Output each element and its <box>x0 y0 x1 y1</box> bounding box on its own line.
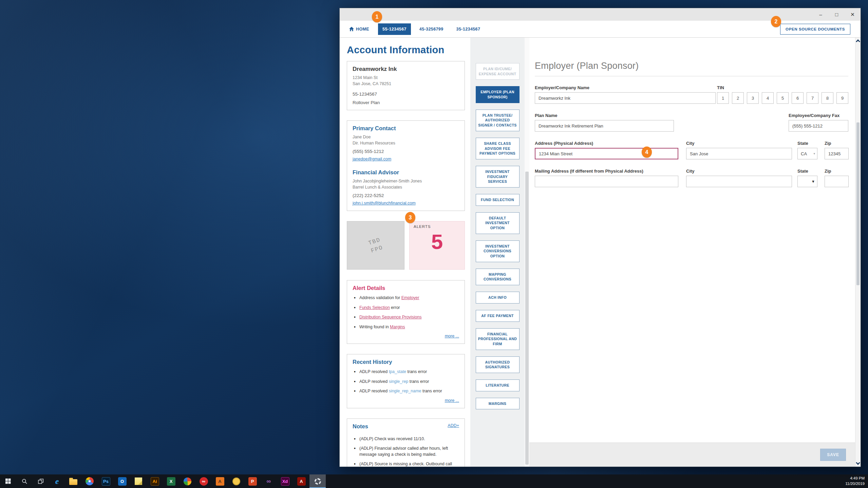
employer-name-input[interactable] <box>535 92 716 104</box>
orange-app-icon[interactable]: A <box>212 474 228 488</box>
account-number: 55-1234567 <box>353 92 459 97</box>
mailing-state-select[interactable]: ▼ <box>797 176 817 187</box>
tin-digit-input[interactable] <box>792 92 804 104</box>
window-content: Account Information Dreamworkz Ink 1234 … <box>340 38 861 467</box>
state-label: State <box>797 141 817 146</box>
powerpoint-icon[interactable]: P <box>244 474 261 488</box>
settings-icon[interactable] <box>309 474 326 488</box>
tin-digit-input[interactable] <box>762 92 774 104</box>
yellow-app-icon[interactable] <box>228 474 244 488</box>
section-nav-ach-info[interactable]: ACH INFO <box>476 292 520 304</box>
tab-account-35-1234567[interactable]: 35-1234567 <box>452 23 485 35</box>
start-icon[interactable] <box>0 474 16 488</box>
recent-history-more-link[interactable]: more ... <box>445 398 459 403</box>
tin-digit-input[interactable] <box>732 92 744 104</box>
save-button[interactable]: SAVE <box>820 449 846 461</box>
section-nav-investment-fiduciary-services[interactable]: INVESTMENT FIDUCIARY SERVICES <box>476 166 520 188</box>
section-nav-af-fee-payment[interactable]: AF FEE PAYMENT <box>476 310 520 322</box>
task-view-icon[interactable] <box>33 474 49 488</box>
tab-account-45-3256799[interactable]: 45-3256799 <box>415 23 448 35</box>
alert-link-employer[interactable]: Employer <box>401 295 419 300</box>
chrome-icon[interactable] <box>81 474 98 488</box>
tin-digit-input[interactable] <box>807 92 818 104</box>
chevron-down-icon: ▼ <box>811 179 815 183</box>
tin-digit-input[interactable] <box>747 92 759 104</box>
tbd-placeholder-text: TBD FPO <box>367 236 384 255</box>
alerts-box[interactable]: ALERTS 5 <box>409 221 465 270</box>
edge-icon[interactable]: e <box>49 474 65 488</box>
maximize-icon[interactable]: □ <box>829 8 845 21</box>
address-input[interactable] <box>535 148 678 159</box>
panel-scrollbar-thumb[interactable] <box>525 172 529 465</box>
taskbar: e Ps O Ai X ∞ A P ∞ Xd A 4:49 PM 11/20/2… <box>0 474 868 488</box>
section-nav-fund-selection[interactable]: FUND SELECTION <box>476 194 520 206</box>
panel-scrollbar[interactable] <box>525 38 529 467</box>
primary-contact-name: Jane Doe <box>353 134 459 140</box>
mailing-city-label: City <box>686 169 792 174</box>
state-value: CA <box>801 151 807 156</box>
minimize-icon[interactable]: – <box>813 8 829 21</box>
section-nav-literature[interactable]: LITERATURE <box>476 379 520 391</box>
visual-studio-icon[interactable]: ∞ <box>261 474 277 488</box>
form-title: Employer (Plan Sponsor) <box>535 61 848 71</box>
recent-history-list: ADLP resolved tpa_state trans error ADLP… <box>353 369 459 394</box>
plan-name-input[interactable] <box>535 120 674 132</box>
tin-digit-input[interactable] <box>717 92 729 104</box>
creative-cloud-icon[interactable]: ∞ <box>195 474 212 488</box>
excel-icon[interactable]: X <box>163 474 179 488</box>
notes-add-link[interactable]: ADD+ <box>448 423 459 428</box>
zip-input[interactable] <box>825 148 849 159</box>
alert-details-more-link[interactable]: more ... <box>445 334 459 338</box>
tin-digit-input[interactable] <box>777 92 789 104</box>
section-nav-default-investment-option[interactable]: DEFAULT INVESTMENT OPTION <box>476 212 520 234</box>
mailing-city-input[interactable] <box>686 176 792 187</box>
search-icon[interactable] <box>16 474 33 488</box>
tab-account-55-1234567[interactable]: 55-1234567 <box>378 23 411 35</box>
primary-contact-phone: (555) 555-1212 <box>353 149 459 154</box>
tin-digit-input[interactable] <box>836 92 848 104</box>
window-titlebar: – □ ✕ <box>340 8 861 21</box>
alert-link-funds-selection[interactable]: Funds Selection <box>359 305 390 310</box>
outlook-icon[interactable]: O <box>114 474 130 488</box>
alert-link-margins[interactable]: Margins <box>390 325 405 329</box>
financial-advisor-email-link[interactable]: john.j.smith@blunchfinancial.com <box>353 201 416 206</box>
adobe-xd-icon[interactable]: Xd <box>277 474 293 488</box>
window-scrollbar[interactable] <box>855 38 861 467</box>
section-nav-employer-plan-sponsor[interactable]: EMPLOYER (PLAN SPONSOR) <box>476 86 520 103</box>
acrobat-icon[interactable]: A <box>293 474 309 488</box>
open-source-documents-button[interactable]: OPEN SOURCE DOCUMENTS <box>780 24 850 35</box>
taskbar-clock[interactable]: 4:49 PM 11/20/2019 <box>845 476 868 486</box>
section-nav-investment-conversions-option[interactable]: INVESTMENT CONVERSIONS OPTION <box>476 240 520 262</box>
alert-link-distribution-sequence[interactable]: Distribution Sequence Provisions <box>359 315 421 319</box>
city-input[interactable] <box>686 148 792 159</box>
photoshop-icon[interactable]: Ps <box>98 474 114 488</box>
mailing-address-label: Mailing Address (If different from Physi… <box>535 169 678 174</box>
office-icon[interactable] <box>179 474 195 488</box>
primary-contact-email-link[interactable]: janedoe@gmail.com <box>353 157 391 161</box>
fax-input[interactable] <box>789 120 848 132</box>
window-scrollbar-thumb[interactable] <box>856 122 860 285</box>
sticky-notes-icon[interactable] <box>130 474 147 488</box>
mailing-zip-input[interactable] <box>825 176 849 187</box>
tin-digit-input[interactable] <box>822 92 833 104</box>
section-nav-plan-trustee-authorized-signer-contacts[interactable]: PLAN TRUSTEE/ AUTHORIZED SIGNER / CONTAC… <box>476 110 520 131</box>
file-explorer-icon[interactable] <box>65 474 81 488</box>
annotation-badge-3: 3 <box>405 212 415 223</box>
alert-details-card: Alert Details Address validation for Emp… <box>347 280 465 344</box>
alert-details-heading: Alert Details <box>353 285 459 291</box>
section-nav-plan-id-cume-expense-account[interactable]: PLAN ID/CUME/ EXPENSE ACCOUNT <box>476 63 520 80</box>
mailing-address-input[interactable] <box>535 176 678 187</box>
close-icon[interactable]: ✕ <box>845 8 861 21</box>
section-nav-financial-professional-and-firm[interactable]: FINANCIAL PROFESSIONAL AND FIRM <box>476 328 520 350</box>
annotation-badge-1: 1 <box>372 11 382 22</box>
section-nav-mapping-conversions[interactable]: MAPPING CONVERSIONS <box>476 269 520 285</box>
state-select[interactable]: CA ▾ <box>797 148 817 159</box>
section-nav-share-class-advisor-fee-payment-options[interactable]: SHARE CLASS ADVISOR FEE PAYMENT OPTIONS <box>476 138 520 159</box>
scroll-down-icon[interactable] <box>856 461 860 465</box>
section-nav-margins[interactable]: MARGINS <box>476 398 520 410</box>
scroll-up-icon[interactable] <box>856 39 860 44</box>
section-nav-authorized-signatures[interactable]: AUTHORIZED SIGNATURES <box>476 356 520 373</box>
primary-contact-heading: Primary Contact <box>353 125 459 132</box>
home-link[interactable]: HOME <box>349 27 369 32</box>
illustrator-icon[interactable]: Ai <box>147 474 163 488</box>
